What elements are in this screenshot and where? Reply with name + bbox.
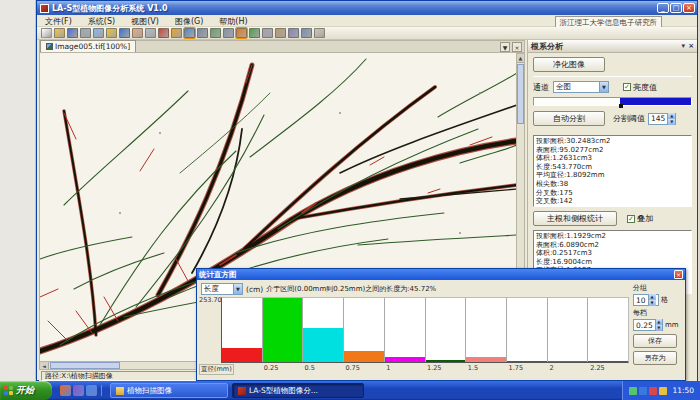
main-lateral-root-button[interactable]: 主根和侧根统计: [533, 211, 617, 226]
cut-icon[interactable]: [145, 28, 156, 38]
histogram-titlebar[interactable]: 统计直方图 ×: [197, 269, 685, 280]
panel-header: 根系分析 ▾ ×: [528, 40, 697, 53]
taskbar-task-0[interactable]: 植物扫描图像: [110, 383, 228, 398]
threshold-spinner[interactable]: 145 ▲ ▼: [648, 113, 676, 125]
spin-down-icon[interactable]: ▼: [656, 325, 662, 331]
x-tick-label: 1.5: [468, 364, 478, 372]
window-titlebar[interactable]: LA-S型植物图像分析系统 V1.0 _ □ ×: [37, 1, 697, 15]
tray-volume-icon[interactable]: [629, 387, 637, 395]
step-spinner[interactable]: 0.25 ▲ ▼: [633, 319, 663, 331]
menu-item-2[interactable]: 视图(V): [123, 15, 167, 26]
scroll-up-icon[interactable]: ▲: [517, 54, 524, 63]
horizontal-scroll-thumb[interactable]: [50, 362, 120, 369]
hand-icon[interactable]: [132, 28, 143, 38]
save-button[interactable]: 保存: [633, 334, 677, 348]
desktop-left-strip: [0, 0, 36, 381]
spin-down-icon[interactable]: ▼: [668, 119, 675, 125]
quick-launch-explorer-icon[interactable]: [86, 385, 97, 396]
analyze-icon[interactable]: [236, 28, 247, 38]
grid-icon[interactable]: [262, 28, 273, 38]
quick-launch-browser-icon[interactable]: [60, 385, 71, 396]
tray-ime-icon[interactable]: [659, 387, 667, 395]
histogram-bin-0.75: [343, 298, 384, 362]
tray-antivirus-icon[interactable]: [649, 387, 657, 395]
gear-icon[interactable]: [223, 28, 234, 38]
metric-value: 长度: [202, 284, 233, 294]
ruler-icon[interactable]: [275, 28, 286, 38]
purify-image-button[interactable]: 净化图像: [533, 57, 605, 72]
save-icon[interactable]: [67, 28, 78, 38]
metric-select[interactable]: 长度 ▼: [201, 283, 243, 295]
export-icon[interactable]: [93, 28, 104, 38]
layers-icon[interactable]: [210, 28, 221, 38]
chevron-down-icon[interactable]: ▼: [233, 284, 242, 294]
minimize-button[interactable]: _: [657, 3, 669, 13]
quick-launch-media-icon[interactable]: [73, 385, 84, 396]
open-folder-icon[interactable]: [54, 28, 65, 38]
toolbar: [37, 27, 697, 40]
fill-icon[interactable]: [171, 28, 182, 38]
image-document-tab[interactable]: Image005.tif[100%]: [40, 40, 136, 52]
more-tools-icon[interactable]: [314, 28, 325, 38]
x-tick-label: 2.25: [590, 364, 604, 372]
tab-collapse-icon[interactable]: ▼: [500, 42, 510, 52]
histogram-bar: [303, 328, 343, 362]
auto-segment-button[interactable]: 自动分割: [533, 111, 605, 126]
camera-icon[interactable]: [197, 28, 208, 38]
histogram-bar: [263, 298, 303, 362]
chevron-down-icon[interactable]: ▼: [599, 82, 608, 92]
close-button[interactable]: ×: [683, 3, 695, 13]
y-max-label: 253.70: [199, 296, 222, 304]
menu-item-3[interactable]: 图像(G): [167, 15, 211, 26]
maximize-button[interactable]: □: [670, 3, 682, 13]
primary-stat-line-6: 分叉数:175: [536, 189, 689, 198]
taskbar-task-1[interactable]: LA-S型植物图像分...: [232, 383, 364, 398]
channel-label: 通道: [533, 82, 549, 93]
vertical-scroll-thumb[interactable]: [517, 64, 524, 124]
slider-handle-icon[interactable]: [619, 104, 623, 108]
x-axis-name: 直径(mm): [199, 364, 234, 375]
task-label: LA-S型植物图像分...: [249, 386, 318, 396]
vee-measure-icon[interactable]: [301, 28, 312, 38]
start-button[interactable]: 开始: [0, 381, 52, 400]
panel-title: 根系分析: [531, 41, 563, 52]
panel-close-icon[interactable]: ×: [688, 42, 694, 50]
app-task-icon: [238, 387, 246, 395]
secondary-stat-line-0: 投影面积:1.1929cm2: [536, 232, 689, 241]
image-select-icon[interactable]: [184, 28, 195, 38]
primary-stat-line-3: 长度:543.770cm: [536, 163, 689, 172]
tab-close-icon[interactable]: ×: [512, 42, 522, 52]
print-icon[interactable]: [80, 28, 91, 38]
brightness-checkbox[interactable]: ✓: [623, 83, 631, 91]
edit-pencil-icon[interactable]: [106, 28, 117, 38]
spin-down-icon[interactable]: ▼: [649, 300, 656, 306]
histogram-title: 统计直方图: [199, 270, 237, 280]
menu-item-1[interactable]: 系统(S): [80, 15, 123, 26]
histogram-bin-0: [222, 298, 262, 362]
pointer-icon[interactable]: [119, 28, 130, 38]
threshold-slider[interactable]: [533, 97, 692, 106]
panel-pin-icon[interactable]: ▾: [682, 42, 686, 50]
channel-select[interactable]: 全图 ▼: [553, 81, 609, 93]
save-as-button[interactable]: 另存为: [633, 351, 677, 365]
group-spinner[interactable]: 10 ▲ ▼: [633, 294, 659, 306]
x-tick-label: 1: [386, 364, 390, 372]
histogram-bin-1: [384, 298, 425, 362]
secondary-stat-line-1: 表面积:6.0890cm2: [536, 241, 689, 250]
histogram-bin-1.5: [465, 298, 506, 362]
histogram-bar: [222, 348, 262, 362]
leaf-icon[interactable]: [249, 28, 260, 38]
menu-item-0[interactable]: 文件(F): [37, 15, 80, 26]
image-file-icon: [46, 43, 53, 50]
brightness-checkbox-label: 亮度值: [633, 82, 657, 93]
menu-item-4[interactable]: 帮助(H): [211, 15, 255, 26]
histogram-bin-1.25: [425, 298, 466, 362]
new-document-icon[interactable]: [41, 28, 52, 38]
angle-measure-icon[interactable]: [288, 28, 299, 38]
overlay-checkbox[interactable]: ✓: [627, 215, 635, 223]
histogram-close-icon[interactable]: ×: [674, 270, 683, 279]
tray-network-icon[interactable]: [639, 387, 647, 395]
scroll-left-icon[interactable]: ◄: [40, 362, 49, 369]
x-tick-label: 1.25: [427, 364, 441, 372]
delete-icon[interactable]: [158, 28, 169, 38]
